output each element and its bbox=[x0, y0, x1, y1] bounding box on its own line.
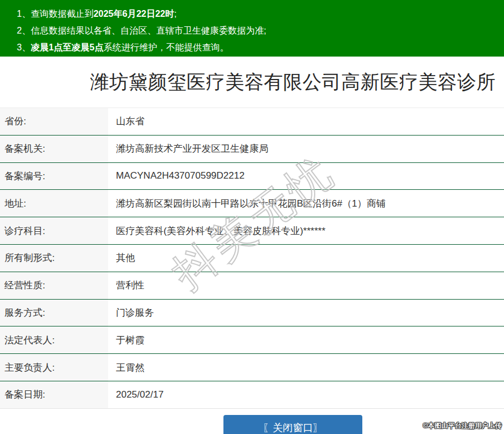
registration-table: 省份: 山东省 备案机关: 潍坊高新技术产业开发区卫生健康局 备案编号: MAC… bbox=[0, 108, 504, 409]
notice-line-3: 3、凌晨1点至凌晨5点系统进行维护，不能提供查询。 bbox=[17, 39, 504, 56]
notice-line-2: 2、信息数据结果以各省、自治区、直辖市卫生健康委数据为准; bbox=[17, 22, 504, 39]
row-label: 诊疗科目: bbox=[0, 217, 108, 244]
notice-1-bold: 2025年6月22日22时 bbox=[94, 9, 174, 18]
notice-1-prefix: 1、查询数据截止到 bbox=[17, 9, 94, 18]
upload-copyright: ©本图由平台注册用户上传 bbox=[423, 421, 502, 431]
row-value: 其他 bbox=[108, 245, 504, 272]
page-title: 潍坊黛颜玺医疗美容有限公司高新医疗美容诊所 bbox=[90, 69, 496, 95]
row-label: 服务方式: bbox=[0, 300, 108, 326]
close-window-button[interactable]: 〖关闭窗口〗 bbox=[223, 415, 362, 434]
row-value: 山东省 bbox=[108, 108, 504, 135]
row-label: 地址: bbox=[0, 190, 108, 217]
table-row-province: 省份: 山东省 bbox=[0, 108, 504, 136]
row-value: 门诊服务 bbox=[108, 300, 504, 326]
row-label: 经营性质: bbox=[0, 272, 108, 299]
notice-banner: 1、查询数据截止到2025年6月22日22时; 2、信息数据结果以各省、自治区、… bbox=[0, 0, 504, 57]
table-row-address: 地址: 潍坊高新区梨园街以南十甲路以东十甲花园B区沿街6#（1）商铺 bbox=[0, 190, 504, 217]
notice-line-1: 1、查询数据截止到2025年6月22日22时; bbox=[17, 6, 504, 22]
row-value: 营利性 bbox=[108, 272, 504, 299]
table-row-legal-representative: 法定代表人: 于树霞 bbox=[0, 326, 504, 354]
row-label: 法定代表人: bbox=[0, 326, 108, 353]
row-label: 备案机关: bbox=[0, 136, 108, 162]
notice-2-prefix: 2、信息数据结果以各省、自治区、直辖市卫生健康委数据为准; bbox=[17, 26, 266, 35]
row-value: 2025/02/17 bbox=[108, 381, 504, 408]
row-label: 备案日期: bbox=[0, 381, 108, 408]
notice-1-suffix: ; bbox=[174, 9, 176, 18]
table-row-main-person-in-charge: 主要负责人: 王霄然 bbox=[0, 354, 504, 381]
page-container: 1、查询数据截止到2025年6月22日22时; 2、信息数据结果以各省、自治区、… bbox=[0, 0, 504, 434]
table-row-filing-authority: 备案机关: 潍坊高新技术产业开发区卫生健康局 bbox=[0, 136, 504, 163]
row-value: 于树霞 bbox=[108, 326, 504, 353]
title-area: 潍坊黛颜玺医疗美容有限公司高新医疗美容诊所 bbox=[0, 57, 504, 108]
row-label: 主要负责人: bbox=[0, 354, 108, 381]
notice-3-suffix: 系统进行维护，不能提供查询。 bbox=[104, 43, 229, 52]
notice-3-prefix: 3、 bbox=[17, 43, 31, 52]
row-label: 省份: bbox=[0, 108, 108, 135]
table-row-ownership-form: 所有制形式: 其他 bbox=[0, 245, 504, 272]
row-value: MACYNA2H437070599D2212 bbox=[108, 163, 504, 190]
table-row-business-nature: 经营性质: 营利性 bbox=[0, 272, 504, 300]
row-value: 医疗美容科(美容外科专业、美容皮肤科专业)****** bbox=[108, 217, 504, 244]
row-value: 王霄然 bbox=[108, 354, 504, 381]
table-row-service-mode: 服务方式: 门诊服务 bbox=[0, 300, 504, 327]
table-row-filing-number: 备案编号: MACYNA2H437070599D2212 bbox=[0, 163, 504, 190]
row-label: 备案编号: bbox=[0, 163, 108, 190]
table-row-filing-date: 备案日期: 2025/02/17 bbox=[0, 381, 504, 409]
row-value: 潍坊高新区梨园街以南十甲路以东十甲花园B区沿街6#（1）商铺 bbox=[108, 190, 504, 217]
row-value: 潍坊高新技术产业开发区卫生健康局 bbox=[108, 136, 504, 162]
row-label: 所有制形式: bbox=[0, 245, 108, 272]
notice-3-bold: 凌晨1点至凌晨5点 bbox=[31, 43, 104, 52]
table-row-treatment-subjects: 诊疗科目: 医疗美容科(美容外科专业、美容皮肤科专业)****** bbox=[0, 217, 504, 245]
